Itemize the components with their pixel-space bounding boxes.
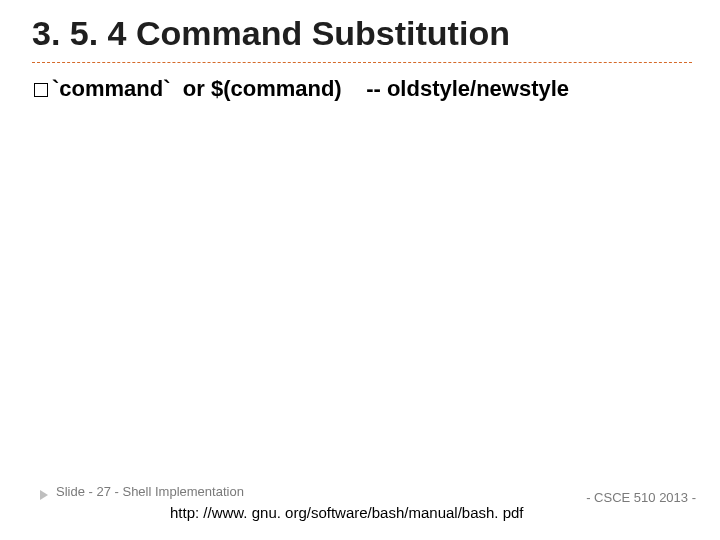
code-backtick: `command`	[52, 76, 171, 101]
code-alt: or $(command)	[171, 76, 342, 101]
course-label: - CSCE 510 2013 -	[583, 490, 696, 505]
title-divider	[32, 62, 692, 63]
footer: Slide - 27 - Shell Implementation http: …	[0, 482, 720, 524]
footer-url: http: //www. gnu. org/software/bash/manu…	[170, 504, 524, 521]
body-line: `command` or $(command) -- oldstyle/news…	[34, 76, 569, 102]
slide-number-label: Slide - 27 - Shell Implementation	[56, 484, 244, 499]
bullet-box-icon	[34, 83, 48, 97]
slide-title: 3. 5. 4 Command Substitution	[32, 14, 510, 53]
style-comment: -- oldstyle/newstyle	[342, 76, 569, 101]
arrow-right-icon	[40, 490, 48, 500]
